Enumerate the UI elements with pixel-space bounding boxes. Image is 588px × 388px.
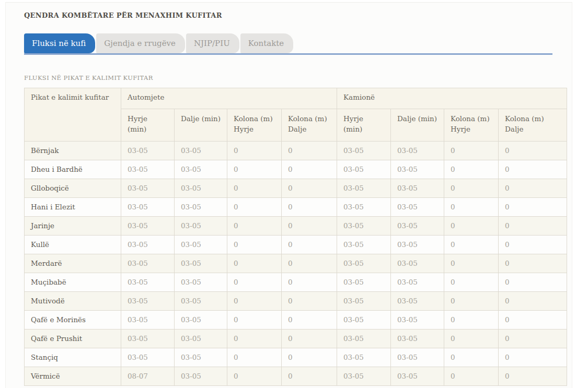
value-cell: 03-05 [175, 348, 227, 367]
value-cell: 03-05 [121, 217, 175, 236]
value-cell: 0 [227, 217, 282, 236]
value-cell: 03-05 [337, 311, 391, 330]
value-cell: 0 [282, 254, 337, 273]
value-cell: 03-05 [175, 292, 227, 311]
value-cell: 0 [227, 254, 282, 273]
value-cell: 0 [227, 142, 282, 160]
value-cell: 03-05 [337, 273, 391, 292]
value-cell: 03-05 [175, 160, 227, 179]
value-cell: 03-05 [391, 330, 444, 348]
value-cell: 0 [499, 348, 567, 367]
crossing-point-name: Qafë e Morinës [25, 311, 121, 330]
value-cell: 0 [282, 311, 337, 330]
crossing-point-name: Stançiq [25, 348, 121, 367]
value-cell: 0 [444, 367, 499, 386]
value-cell: 0 [499, 292, 567, 311]
table-body: Bërnjak03-0503-050003-0503-0500Dheu i Ba… [25, 142, 567, 386]
table-row: Qafë e Prushit03-0503-050003-0503-0500 [25, 330, 567, 348]
table-row: Bërnjak03-0503-050003-0503-0500 [25, 142, 567, 160]
value-cell: 03-05 [391, 236, 444, 254]
value-cell: 03-05 [121, 236, 175, 254]
value-cell: 0 [499, 254, 567, 273]
value-cell: 03-05 [391, 142, 444, 160]
value-cell: 03-05 [175, 142, 227, 160]
crossing-point-name: Muçibabë [25, 273, 121, 292]
column-group-automjete: Automjete [121, 88, 337, 109]
value-cell: 03-05 [121, 198, 175, 217]
tab-fluksi-ne-kufi[interactable]: Fluksi në kufi [24, 33, 95, 53]
value-cell: 0 [444, 198, 499, 217]
border-flow-table: Pikat e kalimit kufitar Automjete Kamion… [24, 88, 567, 386]
value-cell: 0 [282, 348, 337, 367]
value-cell: 0 [444, 311, 499, 330]
value-cell: 0 [444, 142, 499, 160]
value-cell: 0 [499, 217, 567, 236]
table-row: Qafë e Morinës03-0503-050003-0503-0500 [25, 311, 567, 330]
column-header-6: Kolona (m) Hyrje [444, 109, 499, 142]
value-cell: 03-05 [175, 198, 227, 217]
crossing-point-name: Qafë e Prushit [25, 330, 121, 348]
value-cell: 03-05 [337, 142, 391, 160]
column-header-1: Dalje (min) [175, 109, 227, 142]
value-cell: 03-05 [391, 348, 444, 367]
value-cell: 0 [499, 198, 567, 217]
value-cell: 03-05 [175, 254, 227, 273]
value-cell: 03-05 [175, 367, 227, 386]
value-cell: 0 [282, 236, 337, 254]
value-cell: 0 [444, 179, 499, 198]
value-cell: 0 [499, 236, 567, 254]
value-cell: 03-05 [121, 348, 175, 367]
table-row: Jarinje03-0503-050003-0503-0500 [25, 217, 567, 236]
value-cell: 03-05 [121, 273, 175, 292]
table-row: Glloboqicë03-0503-050003-0503-0500 [25, 179, 567, 198]
value-cell: 03-05 [391, 311, 444, 330]
value-cell: 0 [227, 311, 282, 330]
value-cell: 03-05 [175, 330, 227, 348]
value-cell: 03-05 [121, 311, 175, 330]
value-cell: 0 [444, 348, 499, 367]
value-cell: 03-05 [175, 236, 227, 254]
crossing-point-name: Jarinje [25, 217, 121, 236]
table-row: Hani i Elezit03-0503-050003-0503-0500 [25, 198, 567, 217]
value-cell: 03-05 [337, 198, 391, 217]
value-cell: 03-05 [121, 330, 175, 348]
value-cell: 03-05 [337, 236, 391, 254]
tab-njip-piu[interactable]: NJIP/PIU [186, 33, 239, 53]
value-cell: 03-05 [337, 179, 391, 198]
value-cell: 03-05 [391, 160, 444, 179]
value-cell: 03-05 [391, 254, 444, 273]
crossing-point-name: Kullë [25, 236, 121, 254]
page-title: QENDRA KOMBËTARE PËR MENAXHIM KUFITAR [24, 11, 572, 19]
value-cell: 0 [227, 348, 282, 367]
value-cell: 0 [227, 198, 282, 217]
value-cell: 0 [444, 254, 499, 273]
tab-gjendja-e-rrugeve[interactable]: Gjendja e rrugëve [96, 33, 185, 53]
table-row: Merdarë03-0503-050003-0503-0500 [25, 254, 567, 273]
value-cell: 03-05 [175, 179, 227, 198]
value-cell: 0 [499, 160, 567, 179]
crossing-point-name: Bërnjak [25, 142, 121, 160]
column-header-3: Kolona (m) Dalje [282, 109, 337, 142]
column-group-kamione: Kamionë [337, 88, 567, 109]
value-cell: 03-05 [121, 292, 175, 311]
table-row: Muçibabë03-0503-050003-0503-0500 [25, 273, 567, 292]
value-cell: 0 [444, 330, 499, 348]
crossing-point-name: Glloboqicë [25, 179, 121, 198]
value-cell: 0 [227, 292, 282, 311]
crossing-point-name: Vërmicë [25, 367, 121, 386]
tab-kontakte[interactable]: Kontakte [240, 33, 293, 53]
value-cell: 0 [282, 273, 337, 292]
value-cell: 0 [227, 160, 282, 179]
value-cell: 0 [444, 217, 499, 236]
value-cell: 0 [227, 367, 282, 386]
value-cell: 0 [444, 160, 499, 179]
column-header-crossing-points: Pikat e kalimit kufitar [25, 88, 121, 142]
value-cell: 0 [282, 160, 337, 179]
value-cell: 03-05 [121, 142, 175, 160]
value-cell: 0 [499, 273, 567, 292]
page-container: QENDRA KOMBËTARE PËR MENAXHIM KUFITAR Fl… [5, 2, 572, 388]
value-cell: 0 [499, 311, 567, 330]
column-header-7: Kolona (m) Dalje [499, 109, 567, 142]
value-cell: 03-05 [121, 179, 175, 198]
value-cell: 0 [227, 330, 282, 348]
